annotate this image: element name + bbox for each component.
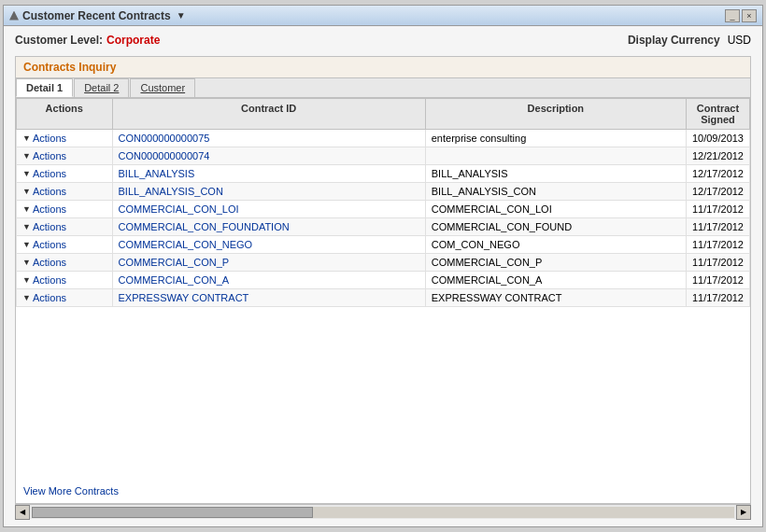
actions-dropdown-arrow[interactable]: ▼ — [22, 169, 31, 178]
contract-signed-cell: 11/17/2012 — [686, 272, 749, 289]
tab-customer[interactable]: Customer — [130, 78, 195, 97]
description-cell: COMMERCIAL_CON_A — [425, 272, 686, 289]
actions-cell: ▼ Actions — [17, 272, 113, 289]
actions-dropdown-arrow[interactable]: ▼ — [22, 293, 31, 302]
actions-dropdown-arrow[interactable]: ▼ — [22, 275, 31, 285]
tabs-row: Detail 1 Detail 2 Customer — [16, 78, 750, 98]
contract-id-cell: COMMERCIAL_CON_LOI — [112, 201, 425, 218]
actions-cell: ▼ Actions — [17, 254, 113, 272]
scroll-track[interactable] — [32, 507, 734, 518]
description-cell: COMMERCIAL_CON_LOI — [425, 201, 686, 218]
contract-signed-cell: 10/09/2013 — [686, 130, 749, 147]
actions-dropdown-arrow[interactable]: ▼ — [22, 222, 31, 231]
minimize-button[interactable]: _ — [725, 9, 740, 22]
contract-signed-cell: 12/17/2012 — [686, 165, 749, 183]
actions-dropdown-arrow[interactable]: ▼ — [22, 204, 31, 214]
actions-link[interactable]: Actions — [33, 274, 66, 286]
description-cell: COM_CON_NEGO — [425, 236, 686, 254]
contract-id-cell: CON000000000074 — [112, 147, 425, 165]
description-cell: COMMERCIAL_CON_P — [425, 254, 686, 272]
header-row: Customer Level: Corporate Display Curren… — [15, 34, 751, 47]
title-bar: Customer Recent Contracts ▼ _ × — [4, 6, 762, 26]
contract-id-link[interactable]: COMMERCIAL_CON_NEGO — [119, 239, 253, 250]
contract-signed-cell: 11/17/2012 — [686, 218, 749, 236]
scroll-left-button[interactable]: ◀ — [15, 505, 30, 520]
description-cell: BILL_ANALYSIS_CON — [425, 183, 686, 201]
actions-cell: ▼ Actions — [17, 147, 113, 165]
actions-cell: ▼ Actions — [17, 130, 113, 147]
tab-detail1[interactable]: Detail 1 — [16, 78, 73, 97]
actions-link[interactable]: Actions — [33, 186, 66, 197]
actions-dropdown-arrow[interactable]: ▼ — [22, 240, 31, 249]
col-header-actions: Actions — [17, 99, 113, 130]
contract-id-link[interactable]: COMMERCIAL_CON_FOUNDATION — [119, 221, 290, 232]
customer-level-label: Customer Level: — [15, 34, 103, 47]
contract-id-link[interactable]: BILL_ANALYSIS — [119, 168, 195, 179]
display-currency-value: USD — [728, 34, 751, 47]
contract-id-cell: CON000000000075 — [112, 130, 425, 147]
contract-id-link[interactable]: BILL_ANALYSIS_CON — [119, 186, 223, 197]
close-button[interactable]: × — [742, 9, 757, 22]
collapse-icon[interactable] — [9, 11, 19, 21]
table-row: ▼ ActionsCOMMERCIAL_CON_ACOMMERCIAL_CON_… — [17, 272, 750, 289]
customer-level-value: Corporate — [106, 34, 160, 47]
contract-id-cell: COMMERCIAL_CON_NEGO — [112, 236, 425, 254]
contract-id-link[interactable]: EXPRESSWAY CONTRACT — [119, 292, 249, 303]
contract-signed-cell: 11/17/2012 — [686, 201, 749, 218]
contract-id-link[interactable]: COMMERCIAL_CON_P — [119, 257, 230, 268]
view-more-link[interactable]: View More Contracts — [23, 485, 119, 497]
inquiry-title: Contracts Inquiry — [23, 61, 116, 74]
scroll-right-button[interactable]: ▶ — [736, 505, 751, 520]
contract-id-link[interactable]: COMMERCIAL_CON_LOI — [119, 203, 239, 215]
content-area: Customer Level: Corporate Display Curren… — [4, 26, 762, 526]
title-bar-controls: _ × — [725, 9, 757, 22]
title-bar-left: Customer Recent Contracts ▼ — [9, 9, 186, 22]
contracts-table: Actions Contract ID Description Contract… — [16, 98, 750, 307]
contract-id-link[interactable]: CON000000000074 — [119, 150, 210, 161]
display-currency-section: Display Currency USD — [628, 34, 751, 47]
actions-link[interactable]: Actions — [33, 239, 66, 250]
contract-id-cell: COMMERCIAL_CON_A — [112, 272, 425, 289]
actions-link[interactable]: Actions — [33, 292, 66, 303]
contract-signed-cell: 12/17/2012 — [686, 183, 749, 201]
actions-link[interactable]: Actions — [33, 168, 66, 179]
actions-cell: ▼ Actions — [17, 165, 113, 183]
contract-id-link[interactable]: COMMERCIAL_CON_A — [119, 274, 230, 286]
actions-link[interactable]: Actions — [33, 150, 66, 161]
table-row: ▼ ActionsCON00000000007412/21/2012 — [17, 147, 750, 165]
table-row: ▼ ActionsEXPRESSWAY CONTRACTEXPRESSWAY C… — [17, 289, 750, 307]
main-window: Customer Recent Contracts ▼ _ × Customer… — [3, 5, 763, 527]
inquiry-section: Contracts Inquiry Detail 1 Detail 2 Cust… — [15, 56, 751, 504]
col-header-contract-id: Contract ID — [112, 99, 425, 130]
scroll-thumb[interactable] — [32, 507, 313, 518]
actions-link[interactable]: Actions — [33, 133, 66, 144]
table-row: ▼ ActionsCOMMERCIAL_CON_FOUNDATIONCOMMER… — [17, 218, 750, 236]
contract-id-link[interactable]: CON000000000075 — [119, 133, 210, 144]
actions-cell: ▼ Actions — [17, 236, 113, 254]
actions-dropdown-arrow[interactable]: ▼ — [22, 133, 31, 143]
table-row: ▼ ActionsCOMMERCIAL_CON_LOICOMMERCIAL_CO… — [17, 201, 750, 218]
description-cell: COMMERCIAL_CON_FOUND — [425, 218, 686, 236]
actions-link[interactable]: Actions — [33, 257, 66, 268]
tab-detail2[interactable]: Detail 2 — [74, 78, 129, 97]
actions-link[interactable]: Actions — [33, 203, 66, 215]
title-dropdown-arrow[interactable]: ▼ — [177, 10, 186, 21]
horizontal-scrollbar: ◀ ▶ — [15, 504, 751, 519]
actions-dropdown-arrow[interactable]: ▼ — [22, 151, 31, 161]
actions-dropdown-arrow[interactable]: ▼ — [22, 258, 31, 267]
contract-signed-cell: 11/17/2012 — [686, 289, 749, 307]
table-row: ▼ ActionsBILL_ANALYSIS_CONBILL_ANALYSIS_… — [17, 183, 750, 201]
table-row: ▼ ActionsCOMMERCIAL_CON_PCOMMERCIAL_CON_… — [17, 254, 750, 272]
actions-cell: ▼ Actions — [17, 183, 113, 201]
description-cell: EXPRESSWAY CONTRACT — [425, 289, 686, 307]
actions-link[interactable]: Actions — [33, 221, 66, 232]
table-row: ▼ ActionsCON000000000075enterprise consu… — [17, 130, 750, 147]
actions-dropdown-arrow[interactable]: ▼ — [22, 187, 31, 196]
description-cell: BILL_ANALYSIS — [425, 165, 686, 183]
contract-signed-cell: 11/17/2012 — [686, 236, 749, 254]
table-row: ▼ ActionsBILL_ANALYSISBILL_ANALYSIS12/17… — [17, 165, 750, 183]
table-container: Actions Contract ID Description Contract… — [16, 98, 750, 479]
inquiry-header: Contracts Inquiry — [16, 57, 750, 78]
actions-cell: ▼ Actions — [17, 289, 113, 307]
actions-cell: ▼ Actions — [17, 201, 113, 218]
